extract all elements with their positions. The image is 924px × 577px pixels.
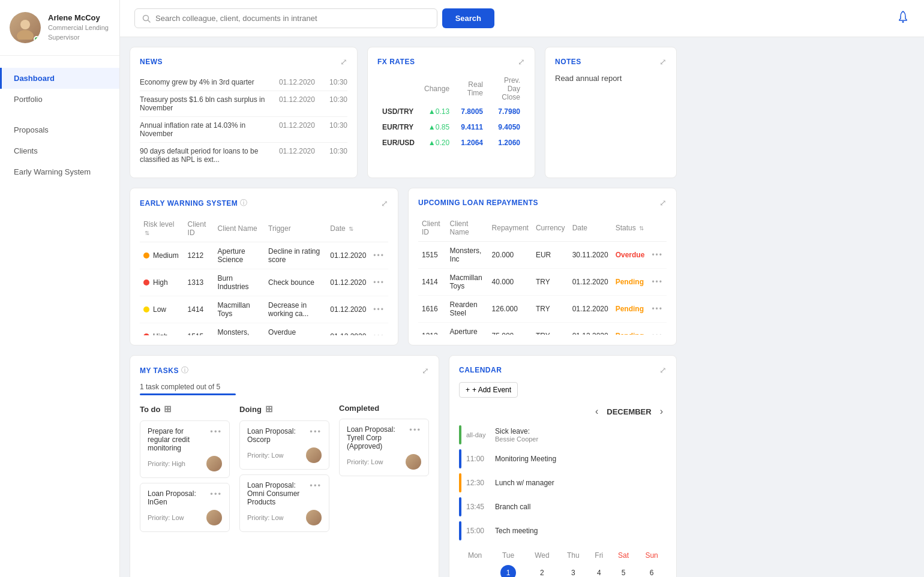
event-title: Tech meeting: [495, 527, 538, 535]
fx-col-prevclose: Prev. Day Close: [488, 74, 525, 104]
profile-title: Commercial Lending Supervisor: [48, 23, 110, 42]
search-input[interactable]: [155, 14, 430, 23]
ews-col-risk[interactable]: Risk level ⇅: [140, 215, 184, 242]
loan-col-currency: Currency: [532, 215, 569, 242]
tasks-expand-icon[interactable]: ⤢: [422, 366, 429, 375]
sidebar-item-clients[interactable]: Clients: [0, 140, 119, 161]
task-actions[interactable]: •••: [210, 427, 222, 436]
task-priority: Priority: High: [148, 456, 222, 471]
task-title: Loan Proposal: Oscorp: [247, 427, 310, 444]
notes-expand-icon[interactable]: ⤢: [659, 57, 667, 67]
bottom-row: MY TASKS ⓘ ⤢ 1 task completed out of 5: [130, 355, 677, 577]
fx-col-realtime: Real Time: [454, 74, 488, 104]
add-event-button[interactable]: + + Add Event: [459, 382, 518, 398]
ews-header: EARLY WARNING SYSTEM ⓘ ⤢: [140, 198, 388, 208]
ews-actions[interactable]: •••: [370, 242, 388, 269]
ews-actions[interactable]: •••: [370, 269, 388, 296]
cal-day[interactable]: [459, 562, 491, 577]
ews-col-date[interactable]: Date ⇅: [326, 215, 370, 242]
loan-col-status[interactable]: Status ⇅: [612, 215, 649, 242]
calendar-next-button[interactable]: ›: [656, 405, 667, 418]
ews-actions[interactable]: •••: [370, 323, 388, 336]
loan-status: Overdue: [616, 251, 645, 259]
cal-day[interactable]: 3: [559, 562, 588, 577]
task-actions[interactable]: •••: [310, 427, 322, 436]
tasks-info-icon[interactable]: ⓘ: [181, 365, 188, 375]
doing-add-icon[interactable]: ⊞: [265, 404, 273, 414]
todo-add-icon[interactable]: ⊞: [164, 404, 172, 414]
cal-header-wed: Wed: [526, 549, 559, 562]
search-input-wrap[interactable]: [134, 8, 437, 28]
news-item: Treasury posts $1.6 bln cash surplus in …: [140, 91, 347, 117]
fx-expand-icon[interactable]: ⤢: [518, 57, 525, 67]
calendar-event: 15:00 Tech meeting: [459, 519, 667, 543]
task-card-header: Loan Proposal: Tyrell Corp (Approved) ••…: [347, 425, 421, 450]
notification-bell-button[interactable]: [896, 10, 910, 26]
calendar-nav: ‹ DECEMBER ›: [459, 405, 667, 418]
left-content: NEWS ⤢ Economy grew by 4% in 3rd quarter…: [130, 47, 677, 577]
news-item-date: 01.12.2020: [279, 78, 315, 86]
news-item: Economy grew by 4% in 3rd quarter 01.12.…: [140, 74, 347, 91]
news-item-date: 01.12.2020: [279, 95, 315, 112]
ews-row: High 1313 Burn Industries Check bounce 0…: [140, 269, 388, 296]
cal-day-today[interactable]: 1: [491, 562, 526, 577]
task-item[interactable]: Loan Proposal: Oscorp ••• Priority: Low: [239, 420, 329, 470]
task-actions[interactable]: •••: [310, 481, 322, 490]
task-assignee-avatar: [206, 510, 222, 525]
sidebar-item-portfolio[interactable]: Portfolio: [0, 89, 119, 110]
cal-day[interactable]: 5: [610, 562, 637, 577]
calendar-title: CALENDAR: [459, 366, 502, 374]
fx-prevclose: 7.7980: [488, 104, 525, 119]
fx-change: ▲0.20: [419, 135, 454, 151]
task-item[interactable]: Prepare for regular credit monitoring ••…: [140, 420, 230, 478]
event-time: 12:30: [466, 479, 490, 487]
calendar-event: all-day Sick leave: Bessie Cooper: [459, 423, 667, 447]
ews-info-icon[interactable]: ⓘ: [240, 198, 247, 208]
task-item[interactable]: Loan Proposal: InGen ••• Priority: Low: [140, 483, 230, 532]
ews-risk: Low: [140, 296, 184, 323]
calendar-expand-icon[interactable]: ⤢: [659, 365, 667, 375]
fx-col-change: Change: [419, 74, 454, 104]
task-card-header: Loan Proposal: Omni Consumer Products ••…: [247, 481, 322, 506]
notes-title: NOTES: [555, 58, 581, 66]
sidebar-item-dashboard[interactable]: Dashboard: [0, 68, 119, 89]
task-assignee-avatar: [306, 447, 322, 463]
ews-expand-icon[interactable]: ⤢: [381, 199, 388, 208]
calendar-event: 13:45 Branch call: [459, 495, 667, 519]
sidebar-item-proposals[interactable]: Proposals: [0, 119, 119, 140]
tasks-progress-bar: [140, 393, 236, 395]
loan-expand-icon[interactable]: ⤢: [659, 198, 667, 208]
task-item[interactable]: Loan Proposal: Tyrell Corp (Approved) ••…: [339, 419, 429, 476]
sidebar-navigation: Dashboard Portfolio Proposals Clients Ea…: [0, 56, 119, 194]
task-card-header: Loan Proposal: Oscorp •••: [247, 427, 322, 444]
user-profile: Arlene McCoy Commercial Lending Supervis…: [0, 0, 119, 56]
ews-col-trigger: Trigger: [265, 215, 326, 242]
cal-day[interactable]: 2: [526, 562, 559, 577]
task-actions[interactable]: •••: [210, 489, 222, 498]
notes-header: NOTES ⤢: [555, 57, 667, 67]
doing-label: Doing: [239, 405, 262, 414]
loan-col-repayment: Repayment: [488, 215, 532, 242]
ews-trigger: Decline in rating score: [265, 242, 326, 269]
bell-icon: [896, 10, 910, 23]
task-item[interactable]: Loan Proposal: Omni Consumer Products ••…: [239, 474, 329, 532]
fx-row: USD/TRY ▲0.13 7.8005 7.7980: [377, 104, 525, 119]
fx-row: EUR/USD ▲0.20 1.2064 1.2060: [377, 135, 525, 151]
search-button[interactable]: Search: [442, 8, 494, 28]
task-title: Loan Proposal: Tyrell Corp (Approved): [347, 425, 409, 450]
news-expand-icon[interactable]: ⤢: [340, 57, 347, 67]
ews-actions[interactable]: •••: [370, 296, 388, 323]
task-actions[interactable]: •••: [409, 425, 421, 434]
calendar-prev-button[interactable]: ‹: [592, 405, 602, 418]
sidebar-item-early-warning[interactable]: Early Warning System: [0, 161, 119, 182]
cal-day[interactable]: 4: [588, 562, 610, 577]
ews-row: Low 1414 Macmillan Toys Decrease in work…: [140, 296, 388, 323]
calendar-card: CALENDAR ⤢ + + Add Event ‹ DECEMBER ›: [449, 355, 677, 577]
loan-repayments-card: UPCOMING LOAN REPAYMENTS ⤢ Client ID Cli…: [408, 188, 677, 345]
fx-change: ▲0.13: [419, 104, 454, 119]
cal-day[interactable]: 6: [637, 562, 667, 577]
event-color-bar: [459, 425, 461, 444]
middle-row: EARLY WARNING SYSTEM ⓘ ⤢ Risk level ⇅: [130, 188, 677, 345]
ews-trigger: Decrease in working ca...: [265, 296, 326, 323]
ews-date: 01.12.2020: [326, 296, 370, 323]
